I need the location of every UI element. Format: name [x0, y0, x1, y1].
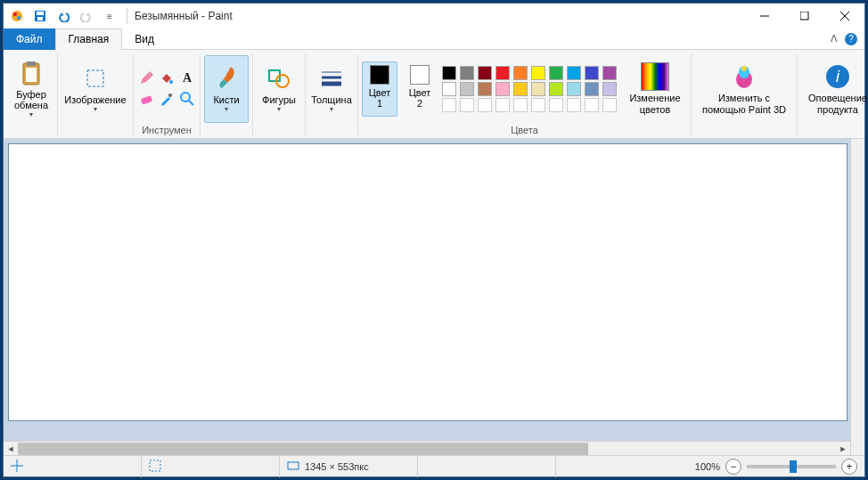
color-palette	[442, 66, 618, 112]
qat-dropdown-icon[interactable]: ≡	[100, 6, 119, 26]
svg-rect-13	[87, 70, 103, 86]
svg-rect-32	[288, 462, 299, 469]
svg-line-18	[189, 101, 193, 105]
help-icon[interactable]: ?	[845, 33, 857, 45]
zoom-slider[interactable]	[747, 465, 836, 468]
palette-color[interactable]	[549, 66, 563, 80]
palette-color[interactable]	[495, 82, 510, 96]
palette-color[interactable]	[585, 66, 599, 80]
tools-group-label: Инструмен	[142, 124, 192, 136]
tab-home[interactable]: Главная	[55, 28, 123, 50]
clipboard-icon	[20, 59, 42, 87]
save-icon[interactable]	[30, 6, 50, 26]
palette-empty[interactable]	[585, 98, 599, 112]
tab-file[interactable]: Файл	[4, 28, 55, 50]
svg-rect-4	[37, 12, 44, 15]
palette-color[interactable]	[531, 82, 545, 96]
picker-tool-icon[interactable]	[158, 90, 176, 108]
product-alert-button[interactable]: i Оповещение продукта	[801, 55, 868, 123]
crosshair-icon	[11, 460, 23, 474]
palette-color[interactable]	[567, 66, 581, 80]
status-canvas-size: 1345 × 553пкс	[280, 456, 418, 477]
shapes-button[interactable]: Фигуры ▾	[257, 55, 301, 123]
horizontal-scrollbar[interactable]: ◄ ►	[4, 441, 850, 455]
minimize-button[interactable]	[744, 4, 784, 28]
svg-rect-12	[26, 68, 37, 82]
palette-color[interactable]	[513, 66, 528, 80]
palette-color[interactable]	[549, 82, 563, 96]
palette-color[interactable]	[602, 82, 617, 96]
palette-color[interactable]	[567, 82, 581, 96]
clipboard-button[interactable]: Буфер обмена ▾	[9, 55, 53, 123]
tab-view[interactable]: Вид	[122, 28, 167, 50]
collapse-ribbon-icon[interactable]: ᐱ	[823, 33, 845, 45]
paint3d-button[interactable]: Изменить с помощью Paint 3D	[695, 55, 793, 123]
brush-icon	[215, 64, 238, 93]
image-select-button[interactable]: Изображение ▾	[61, 55, 129, 123]
scroll-thumb[interactable]	[18, 443, 588, 455]
palette-empty[interactable]	[442, 98, 456, 112]
maximize-button[interactable]	[784, 4, 824, 28]
canvas[interactable]	[9, 144, 847, 420]
palette-empty[interactable]	[460, 98, 474, 112]
redo-icon[interactable]	[77, 6, 96, 26]
palette-color[interactable]	[602, 66, 617, 80]
brushes-button[interactable]: Кисти ▾	[204, 55, 249, 123]
zoom-value: 100%	[695, 461, 720, 472]
undo-icon[interactable]	[53, 6, 73, 26]
palette-color[interactable]	[478, 66, 492, 80]
palette-color[interactable]	[460, 66, 474, 80]
status-selection-size	[142, 456, 280, 477]
palette-empty[interactable]	[549, 98, 563, 112]
palette-empty[interactable]	[567, 98, 581, 112]
paint3d-icon	[733, 62, 756, 91]
spectrum-icon	[641, 62, 669, 91]
pencil-tool-icon[interactable]	[137, 69, 155, 87]
scroll-left-icon[interactable]: ◄	[4, 443, 18, 455]
thickness-button[interactable]: Толщина ▾	[309, 55, 354, 123]
color2-button[interactable]: Цвет 2	[402, 61, 438, 117]
status-cursor-pos	[4, 456, 142, 477]
palette-color[interactable]	[442, 66, 456, 80]
scroll-right-icon[interactable]: ►	[836, 443, 850, 455]
palette-color[interactable]	[442, 82, 456, 96]
close-button[interactable]	[824, 4, 864, 28]
svg-point-14	[169, 80, 173, 84]
palette-color[interactable]	[460, 82, 474, 96]
color1-button[interactable]: Цвет 1	[362, 61, 397, 117]
selection-size-icon	[149, 460, 161, 474]
palette-color[interactable]	[495, 66, 510, 80]
svg-rect-5	[37, 17, 43, 20]
palette-color[interactable]	[478, 82, 492, 96]
svg-point-16	[168, 94, 172, 97]
text-tool-icon[interactable]: A	[178, 69, 196, 87]
fill-tool-icon[interactable]	[158, 69, 176, 87]
svg-point-17	[181, 93, 190, 102]
info-icon: i	[824, 62, 851, 91]
color2-swatch	[410, 65, 430, 85]
eraser-tool-icon[interactable]	[137, 90, 155, 108]
svg-point-1	[13, 12, 17, 16]
status-bar: 1345 × 553пкс 100% − +	[4, 455, 864, 476]
svg-rect-31	[150, 460, 160, 471]
ribbon: Буфер обмена ▾ Изображение ▾	[4, 50, 864, 139]
palette-color[interactable]	[585, 82, 599, 96]
zoom-in-button[interactable]: +	[841, 459, 857, 475]
tab-strip: Файл Главная Вид ᐱ ?	[4, 28, 864, 50]
magnifier-tool-icon[interactable]	[178, 90, 196, 108]
color1-swatch	[370, 65, 389, 85]
vertical-scrollbar[interactable]	[850, 139, 864, 455]
app-icon[interactable]	[7, 6, 27, 26]
zoom-out-button[interactable]: −	[725, 459, 741, 475]
palette-empty[interactable]	[495, 98, 510, 112]
palette-empty[interactable]	[602, 98, 617, 112]
palette-empty[interactable]	[531, 98, 545, 112]
select-icon	[86, 64, 105, 93]
palette-color[interactable]	[513, 82, 528, 96]
window-title: Безымянный - Paint	[131, 10, 744, 22]
palette-empty[interactable]	[478, 98, 492, 112]
canvas-size-icon	[287, 460, 299, 474]
palette-empty[interactable]	[513, 98, 528, 112]
edit-colors-button[interactable]: Изменение цветов	[623, 55, 687, 123]
palette-color[interactable]	[531, 66, 545, 80]
